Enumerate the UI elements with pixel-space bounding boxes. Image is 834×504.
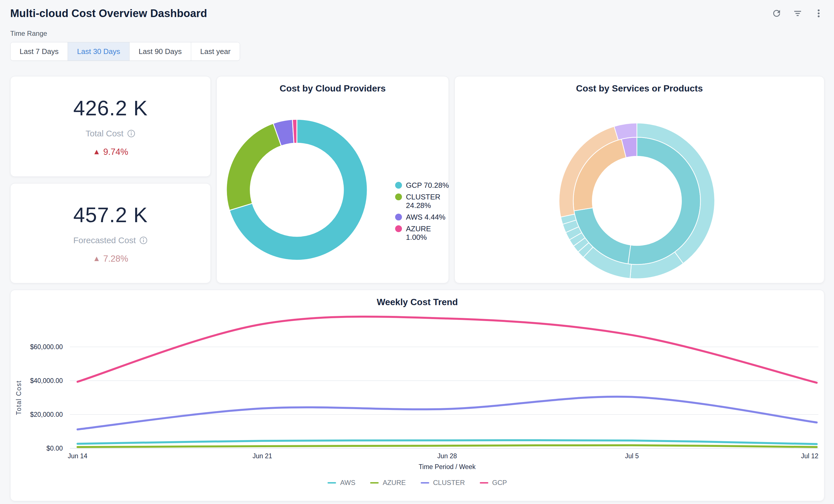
cost-by-cloud-providers-card: Cost by Cloud Providers GCP 70.28%CLUSTE… bbox=[216, 76, 449, 283]
y-tick-label: $40,000.00 bbox=[30, 377, 63, 385]
legend-label: GCP 70.28% bbox=[406, 181, 449, 190]
dashboard-page: Multi-cloud Cost Overview Dashboard Time… bbox=[0, 0, 834, 504]
total-cost-label-row: Total Cost bbox=[86, 129, 135, 138]
up-triangle-icon: ▲ bbox=[93, 254, 101, 263]
y-axis-title: Total Cost bbox=[15, 380, 22, 415]
more-options-button[interactable] bbox=[812, 6, 826, 20]
providers-donut-legend: GCP 70.28%CLUSTER 24.28%AWS 4.44%AZURE 1… bbox=[395, 181, 452, 242]
x-tick-label: Jun 28 bbox=[437, 452, 457, 460]
kebab-menu-icon bbox=[814, 8, 824, 19]
legend-item-aws[interactable]: AWS 4.44% bbox=[395, 213, 452, 222]
header-actions bbox=[770, 6, 826, 20]
trend-legend-label: AZURE bbox=[382, 479, 405, 487]
cost-by-services-card: Cost by Services or Products bbox=[455, 76, 824, 283]
legend-dot-icon bbox=[395, 214, 402, 220]
legend-label: AZURE 1.00% bbox=[406, 224, 452, 242]
legend-item-azure[interactable]: AZURE 1.00% bbox=[395, 224, 452, 242]
trend-line-aws[interactable] bbox=[78, 440, 817, 444]
legend-label: CLUSTER 24.28% bbox=[406, 193, 452, 210]
x-tick-label: Jun 14 bbox=[68, 452, 87, 460]
total-cost-delta: ▲ 9.74% bbox=[93, 147, 128, 157]
refresh-button[interactable] bbox=[770, 6, 784, 20]
time-range-button-group: Last 7 DaysLast 30 DaysLast 90 DaysLast … bbox=[10, 42, 240, 61]
y-tick-label: $60,000.00 bbox=[30, 343, 63, 351]
legend-line-icon bbox=[370, 482, 379, 484]
forecasted-cost-card-content: 457.2 K Forecasted Cost ▲ 7.28% bbox=[10, 183, 211, 283]
legend-label: AWS 4.44% bbox=[406, 213, 445, 222]
trend-line-azure[interactable] bbox=[78, 445, 817, 447]
total-cost-card-content: 426.2 K Total Cost ▲ 9.74% bbox=[10, 76, 211, 176]
forecasted-cost-label-row: Forecasted Cost bbox=[73, 236, 148, 245]
y-tick-label: $20,000.00 bbox=[30, 411, 63, 418]
legend-line-icon bbox=[328, 482, 336, 484]
y-tick-label: $0.00 bbox=[46, 445, 63, 452]
info-icon[interactable] bbox=[127, 129, 135, 138]
trend-legend-item-gcp[interactable]: GCP bbox=[480, 479, 507, 487]
forecasted-cost-delta-value: 7.28% bbox=[103, 254, 128, 264]
legend-item-gcp[interactable]: GCP 70.28% bbox=[395, 181, 452, 190]
trend-line-gcp[interactable] bbox=[78, 316, 817, 383]
legend-dot-icon bbox=[395, 194, 402, 200]
page-title: Multi-cloud Cost Overview Dashboard bbox=[10, 7, 207, 20]
sunburst-outer-segment-10[interactable] bbox=[614, 123, 637, 140]
x-tick-label: Jun 21 bbox=[253, 452, 272, 460]
forecasted-cost-delta: ▲ 7.28% bbox=[93, 254, 128, 264]
time-range-option-last-7-days[interactable]: Last 7 Days bbox=[10, 42, 68, 61]
filter-button[interactable] bbox=[791, 6, 805, 20]
time-range-option-last-30-days[interactable]: Last 30 Days bbox=[68, 42, 129, 61]
weekly-cost-trend-chart[interactable]: $0.00$20,000.00$40,000.00$60,000.00Total… bbox=[10, 290, 824, 501]
forecasted-cost-card: 457.2 K Forecasted Cost ▲ 7.28% bbox=[10, 183, 211, 283]
trend-line-cluster[interactable] bbox=[78, 397, 817, 429]
trend-legend-item-azure[interactable]: AZURE bbox=[370, 479, 405, 487]
trend-legend-label: GCP bbox=[492, 479, 507, 487]
time-range-label: Time Range bbox=[10, 29, 240, 38]
forecasted-cost-label: Forecasted Cost bbox=[73, 236, 136, 245]
x-tick-label: Jul 5 bbox=[625, 452, 639, 460]
x-tick-label: Jul 12 bbox=[801, 452, 818, 460]
weekly-trend-legend: AWSAZURECLUSTERGCP bbox=[10, 479, 824, 487]
filter-icon bbox=[792, 8, 803, 19]
trend-legend-label: CLUSTER bbox=[433, 479, 465, 487]
total-cost-label: Total Cost bbox=[86, 129, 123, 138]
donut-slice-cluster[interactable] bbox=[226, 123, 281, 210]
weekly-cost-trend-card: Weekly Cost Trend $0.00$20,000.00$40,000… bbox=[10, 290, 824, 501]
total-cost-card: 426.2 K Total Cost ▲ 9.74% bbox=[10, 76, 211, 177]
total-cost-delta-value: 9.74% bbox=[103, 147, 128, 157]
services-sunburst-chart[interactable] bbox=[455, 76, 824, 283]
refresh-icon bbox=[771, 8, 782, 19]
header: Multi-cloud Cost Overview Dashboard bbox=[10, 3, 826, 24]
forecasted-cost-value: 457.2 K bbox=[73, 203, 148, 227]
time-range-option-last-year[interactable]: Last year bbox=[191, 42, 240, 61]
trend-legend-item-cluster[interactable]: CLUSTER bbox=[421, 479, 465, 487]
time-range-option-last-90-days[interactable]: Last 90 Days bbox=[129, 42, 191, 61]
up-triangle-icon: ▲ bbox=[93, 148, 101, 156]
legend-dot-icon bbox=[395, 225, 402, 232]
total-cost-value: 426.2 K bbox=[73, 96, 148, 120]
legend-line-icon bbox=[480, 482, 488, 484]
trend-legend-label: AWS bbox=[340, 479, 355, 487]
trend-legend-item-aws[interactable]: AWS bbox=[328, 479, 355, 487]
info-icon[interactable] bbox=[139, 236, 148, 245]
legend-item-cluster[interactable]: CLUSTER 24.28% bbox=[395, 193, 452, 210]
time-range-section: Time Range Last 7 DaysLast 30 DaysLast 9… bbox=[10, 29, 240, 61]
providers-donut-chart[interactable] bbox=[217, 76, 448, 283]
legend-dot-icon bbox=[395, 182, 402, 189]
legend-line-icon bbox=[421, 482, 429, 484]
x-axis-title: Time Period / Week bbox=[419, 463, 476, 470]
